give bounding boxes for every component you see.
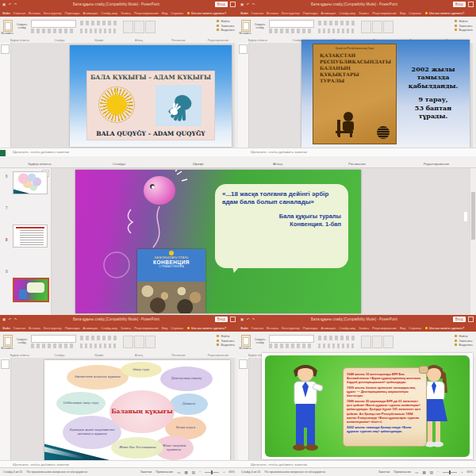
zoom-in-button[interactable]: + (223, 470, 225, 474)
title-bar[interactable]: ▣ ↶ ↷ Бала құқығы слайд [Compatibility M… (0, 315, 238, 324)
zoom-out-button[interactable]: − (437, 470, 439, 474)
zoom-in-button[interactable]: + (461, 470, 463, 474)
ribbon-tab[interactable]: Слайд-шоу (101, 11, 117, 15)
paragraph-buttons[interactable] (80, 336, 117, 340)
ribbon-tab[interactable]: Файл (240, 11, 248, 15)
vertical-scrollbar[interactable] (473, 43, 476, 148)
ribbon-tab[interactable]: Слайд-шоу (101, 326, 117, 330)
slide-sorter-view-icon[interactable]: ▦ (184, 470, 187, 474)
ribbon-editing-command[interactable]: Найти (455, 335, 473, 338)
paragraph-buttons[interactable] (80, 21, 117, 25)
font-format-buttons[interactable] (31, 29, 75, 33)
shapes-button[interactable] (123, 21, 133, 33)
quick-styles-button[interactable] (145, 336, 155, 348)
new-slide-button[interactable]: Создать слайд (15, 23, 29, 30)
ribbon-tab[interactable]: Файл (240, 326, 248, 330)
slide-thumbnail-7[interactable] (13, 225, 48, 248)
paste-button-label[interactable]: Вставить (238, 347, 252, 350)
slide-thumbnail-pane[interactable] (238, 43, 249, 148)
zoom-level[interactable]: 65% (466, 470, 473, 474)
ribbon-tab[interactable]: Рецензирование (134, 11, 159, 15)
arrange-button[interactable] (134, 336, 144, 348)
ribbon-tab[interactable]: Конструктор (44, 11, 62, 15)
paste-button-icon[interactable] (3, 20, 13, 32)
quick-access-toolbar[interactable]: ▣ ↶ ↷ (2, 317, 17, 321)
ribbon-tab[interactable]: Рецензирование (372, 326, 397, 330)
quick-styles-button[interactable] (383, 21, 393, 33)
ribbon-tab[interactable]: Вид (162, 11, 167, 15)
vertical-scrollbar[interactable] (473, 358, 476, 460)
notes-placeholder[interactable]: Щелкните, чтобы добавить заметки (238, 148, 476, 156)
ribbon-tab[interactable]: Переходы (65, 11, 80, 15)
share-icon[interactable] (468, 2, 474, 7)
tell-me-box[interactable]: Что вы хотите сделать? (425, 326, 464, 330)
paragraph-buttons[interactable] (318, 336, 355, 340)
font-name-combobox[interactable] (31, 20, 76, 28)
ribbon-tab[interactable]: Главная (13, 11, 25, 15)
comments-toggle-button[interactable]: Примечания (393, 470, 411, 474)
ribbon-tab[interactable]: Вид (400, 11, 405, 15)
ribbon-tab[interactable]: Переходы (65, 326, 80, 330)
title-bar[interactable]: ▣ ↶ ↷ Бала құқығы слайд [Compatibility M… (238, 0, 476, 9)
ribbon-tab[interactable]: Главная (13, 326, 25, 330)
ribbon-tab[interactable]: Справка (409, 326, 421, 330)
paste-button-icon[interactable] (241, 20, 251, 32)
ribbon-tab[interactable]: Файл (2, 11, 10, 15)
ribbon-tab[interactable]: Слайд-шоу (339, 326, 355, 330)
font-format-buttons[interactable] (31, 344, 75, 348)
ribbon-editing-command[interactable]: Заменить (455, 340, 473, 343)
shapes-button[interactable] (361, 21, 371, 33)
share-icon[interactable] (468, 317, 474, 322)
slide-thumbnail[interactable] (239, 44, 248, 54)
sign-in-button[interactable]: Вход (215, 2, 228, 7)
slide-thumbnail[interactable] (239, 359, 248, 369)
slide-thumbnail-6[interactable] (13, 171, 48, 194)
ribbon-editing-command[interactable]: Найти (455, 20, 473, 23)
slide-thumbnail-pane[interactable]: ˄ 6 7 8 9 (0, 168, 52, 315)
paragraph-buttons-row2[interactable] (318, 29, 355, 33)
ribbon-tab[interactable]: Запись (359, 326, 369, 330)
taskbar-app-icon[interactable] (0, 150, 6, 156)
slide-sorter-view-icon[interactable]: ▦ (422, 470, 425, 474)
slide-number-status[interactable]: Слайд 4 из 11 (241, 470, 261, 474)
slide-thumbnail-pane[interactable] (238, 358, 249, 460)
ribbon-tab[interactable]: Переходы (303, 11, 318, 15)
comments-toggle-button[interactable]: Примечания (155, 470, 173, 474)
paste-button-icon[interactable] (241, 335, 251, 347)
arrange-button[interactable] (372, 336, 382, 348)
ribbon-tab[interactable]: Вставка (267, 326, 278, 330)
font-name-combobox[interactable] (31, 335, 76, 343)
notes-toggle-button[interactable]: Заметки (140, 470, 152, 474)
ribbon-tab[interactable]: Анимация (321, 11, 336, 15)
ribbon-tab[interactable]: Вставка (267, 11, 278, 15)
new-slide-button[interactable]: Создать слайд (15, 338, 29, 345)
ribbon-editing-command[interactable]: Заменить (455, 25, 473, 28)
slide-thumbnail[interactable] (1, 44, 10, 54)
ribbon-tab[interactable]: Справка (171, 326, 183, 330)
ribbon-tab[interactable]: Справка (409, 11, 421, 15)
font-name-combobox[interactable] (269, 20, 314, 28)
font-format-buttons[interactable] (269, 344, 313, 348)
quick-access-toolbar[interactable]: ▣ ↶ ↷ (240, 317, 255, 321)
slide-thumbnail-pane[interactable] (0, 43, 11, 148)
ribbon-tab[interactable]: Слайд-шоу (339, 11, 355, 15)
reading-view-icon[interactable]: ▤ (192, 470, 195, 474)
spellcheck-status[interactable]: По правописанию вопросов не обнаружено (27, 470, 88, 474)
paste-button-label[interactable]: Вставить (0, 32, 14, 35)
ribbon-editing-command[interactable]: Выделить (455, 29, 473, 32)
spellcheck-status[interactable]: По правописанию вопросов не обнаружено (265, 470, 326, 474)
ribbon-editing-command[interactable]: Найти (217, 335, 235, 338)
ribbon-tab[interactable]: Анимация (321, 326, 336, 330)
tell-me-box[interactable]: Что вы хотите сделать? (187, 326, 226, 330)
reading-view-icon[interactable]: ▤ (430, 470, 433, 474)
paragraph-buttons-row2[interactable] (318, 344, 355, 348)
new-slide-button[interactable]: Создать слайд (253, 23, 267, 30)
ribbon-tab[interactable]: Справка (171, 11, 183, 15)
ribbon-editing-command[interactable]: Выделить (217, 29, 235, 32)
ribbon-editing-command[interactable]: Заменить (217, 25, 235, 28)
ribbon-tab[interactable]: Анимация (83, 326, 98, 330)
ribbon-tab[interactable]: Запись (359, 11, 369, 15)
ribbon-editing-command[interactable]: Выделить (217, 344, 235, 347)
tell-me-box[interactable]: Что вы хотите сделать? (187, 11, 226, 15)
notes-toggle-button[interactable]: Заметки (378, 470, 390, 474)
